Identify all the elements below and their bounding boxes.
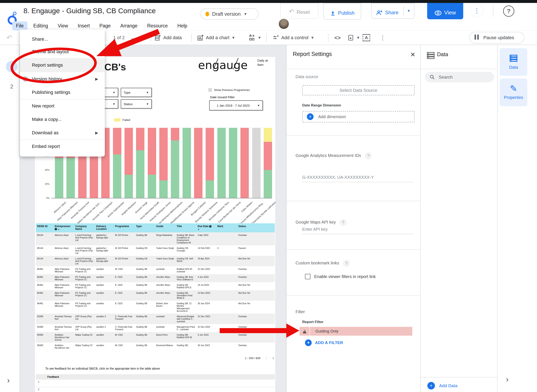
menu-file[interactable]: File <box>12 21 28 30</box>
bar-bongani-cebanto[interactable] <box>194 128 203 198</box>
maps-api-input[interactable]: Enter API key <box>302 227 413 234</box>
bar-anivesh-singh[interactable] <box>136 128 144 198</box>
bar-carol-benita-van-der-horst[interactable] <box>229 128 237 198</box>
table-row[interactable]: 86481Allan Palesane MbonaniPS Trading an… <box>36 290 275 301</box>
table-row[interactable]: 50280Amanda Theresa KeilUPP Group (Pty) … <box>36 314 275 324</box>
community-visualizations-button[interactable]: ▼ <box>248 31 261 45</box>
column-header-due-date[interactable]: Due Date ?▲ <box>196 223 216 232</box>
table-row[interactable]: 95993Ambition Nicodimus VanNdipa Trading… <box>36 343 275 351</box>
bar-brizelda-catharine-titus[interactable] <box>217 128 226 198</box>
menu-editing[interactable]: Editing <box>29 21 52 30</box>
bar-anesh-sukhnandan[interactable] <box>113 128 121 198</box>
insert-text-button[interactable]: A <box>363 31 370 45</box>
file-menu-item-new-report[interactable]: New report <box>20 99 105 113</box>
bar-bhekithemba-ernest-ngema[interactable] <box>183 128 191 198</box>
search-input[interactable]: Search <box>425 72 494 82</box>
file-menu-item-make-a-copy[interactable]: Make a copy... <box>20 113 105 126</box>
close-icon[interactable]: ✕ <box>410 51 415 58</box>
avatar[interactable] <box>279 19 289 29</box>
bar-angela-maubane[interactable] <box>124 128 133 198</box>
filter-dropdown-type[interactable]: Type▼ <box>121 88 152 97</box>
column-header-title[interactable]: Title <box>175 223 196 229</box>
file-menu-item-embed-report[interactable]: Embed report <box>20 140 105 153</box>
share-button[interactable]: Share ▼ <box>371 3 415 19</box>
view-button[interactable]: View <box>427 3 463 19</box>
add-data-button[interactable]: Add data <box>155 31 182 45</box>
help-button[interactable]: ? <box>503 5 514 17</box>
help-icon[interactable]: ? <box>365 152 372 159</box>
pause-updates-button[interactable]: Pause updates <box>469 32 524 44</box>
insert-image-button[interactable]: ▼ <box>348 31 360 45</box>
add-control-button[interactable]: Add a control ▼ <box>273 31 314 45</box>
undo-button[interactable]: ↶ <box>6 31 12 45</box>
share-dropdown-caret[interactable]: ▼ <box>404 6 414 15</box>
menu-resource[interactable]: Resource <box>143 21 171 30</box>
menu-page[interactable]: Page <box>96 21 114 30</box>
report-title[interactable]: 8. Engauge - Guiding SB, CB Compliance <box>24 7 156 15</box>
table-row[interactable]: 86481Allan Palesane MbonaniPS Trading an… <box>36 282 275 290</box>
column-header-status[interactable]: Status <box>237 223 275 229</box>
more-options-button[interactable]: ⋮ <box>470 4 484 17</box>
column-header-company-name[interactable]: Company Name <box>74 223 95 232</box>
page-thumb-2[interactable]: 2 <box>6 81 18 92</box>
add-filter-button[interactable]: + ADD A FILTER <box>305 339 343 346</box>
file-menu-item-publishing-settings[interactable]: Publishing settings <box>20 86 105 99</box>
rail-tab-data[interactable]: Data <box>500 48 527 76</box>
table-row[interactable]: 50280Amanda Theresa KeilUPP Group (Pty) … <box>36 324 275 332</box>
bar-celumusa-mthethonzima-mng-[interactable] <box>252 128 260 198</box>
column-header-programme[interactable]: Programme <box>114 223 135 229</box>
add-chart-button[interactable]: Add a chart ▼ <box>197 31 235 45</box>
bar-charmaine-bunhle-lekhuleni[interactable] <box>264 128 272 198</box>
menu-arrange[interactable]: Arrange <box>117 21 141 30</box>
table-row[interactable]: 85144Akhona LibaziL and A Farming And Pr… <box>36 232 275 245</box>
table-row[interactable]: 85144Akhona LibaziL and A Farming And Pr… <box>36 256 275 266</box>
draft-version-dropdown[interactable]: Draft version ▼ <box>200 8 259 20</box>
expand-pages-chevron-icon[interactable]: › <box>7 376 10 385</box>
table-row[interactable]: 86481Allan Palesane MbonaniPS Trading an… <box>36 274 275 282</box>
feedback-row[interactable]: 2. <box>36 387 275 392</box>
filter-dropdown-status[interactable]: Status▼ <box>121 99 152 108</box>
file-menu-item-version-history[interactable]: Version history▶ <box>20 72 105 86</box>
menu-help[interactable]: Help <box>174 21 191 30</box>
file-menu-item-report-settings[interactable]: Report settings <box>20 58 105 72</box>
page-thumb-1[interactable]: 1 <box>6 61 18 73</box>
table-row[interactable]: 95993Ambition Nicodimus Van SchoorNdipa … <box>36 332 275 343</box>
rail-tab-properties[interactable]: ✎ Properties <box>500 79 527 106</box>
publish-button[interactable]: Publish <box>323 3 361 20</box>
bar-avela-athenkosi-mehlomakhulu[interactable] <box>171 128 179 198</box>
report-filter-chip[interactable]: ▲! Guiding Only <box>300 327 412 336</box>
prev-page-icon[interactable]: ‹ <box>266 356 267 360</box>
help-icon[interactable]: ? <box>339 219 347 226</box>
menu-insert[interactable]: Insert <box>74 21 94 30</box>
viewer-filters-checkbox[interactable] <box>305 274 311 279</box>
column-header-guide[interactable]: Guide <box>155 223 175 229</box>
column-header-entrepreneur[interactable]: Entrepreneuri▲ <box>53 223 74 232</box>
bar-antonio-rodriques-jones[interactable] <box>159 128 168 198</box>
bar-brenda-tshiamo-setenane[interactable] <box>206 128 214 198</box>
file-menu-item-share[interactable]: Share... <box>20 33 105 46</box>
column-header-type[interactable]: Type <box>135 223 155 229</box>
bar-anna-mammitsa-smith[interactable] <box>148 128 156 198</box>
bar-cebo-nhleko[interactable] <box>240 128 249 198</box>
column-header-delivery-location[interactable]: Delivery Location <box>95 223 114 232</box>
table-row[interactable]: 85144Akhona LibaziL and A Farming And Pr… <box>36 245 275 256</box>
next-page-icon[interactable]: › <box>273 356 274 360</box>
table-row[interactable]: 86481Allan Palesane MbonaniPS Trading an… <box>36 301 275 314</box>
reset-button[interactable]: ↶ Reset <box>280 3 318 19</box>
file-menu-item-download-as[interactable]: Download as▶ <box>20 126 105 140</box>
compliance-table[interactable]: REMS IDEntrepreneuri▲Company NameDeliver… <box>36 223 275 351</box>
toolbar-more-button[interactable]: ⋮ <box>380 31 386 45</box>
add-data-button-bottom[interactable]: + Add Data <box>427 382 457 389</box>
table-row[interactable]: 86481Allan Palesane MbonaniPS Trading an… <box>36 266 275 274</box>
url-embed-button[interactable]: <> <box>334 31 341 45</box>
column-header-mark[interactable]: Mark <box>216 223 237 229</box>
date-range-dropdown[interactable]: 1 Jan 2019 - 7 Jul 2023▼ <box>209 100 263 110</box>
next-page-icon[interactable]: → <box>130 34 136 41</box>
collapse-rail-chevron-icon[interactable]: › <box>506 375 509 384</box>
file-menu-item-theme-and-layout[interactable]: Theme and layout <box>20 46 105 58</box>
select-data-source-button[interactable]: Select Data Source <box>302 85 415 95</box>
feedback-row[interactable]: 1. <box>36 380 275 387</box>
show-previous-toggle[interactable]: − Show Previous Programmes <box>208 88 250 92</box>
add-dimension-button[interactable]: + Add dimension <box>302 111 415 122</box>
ga-ids-input[interactable]: G-XXXXXXXXXX, UA-XXXXXXXXX-Y <box>302 175 413 182</box>
